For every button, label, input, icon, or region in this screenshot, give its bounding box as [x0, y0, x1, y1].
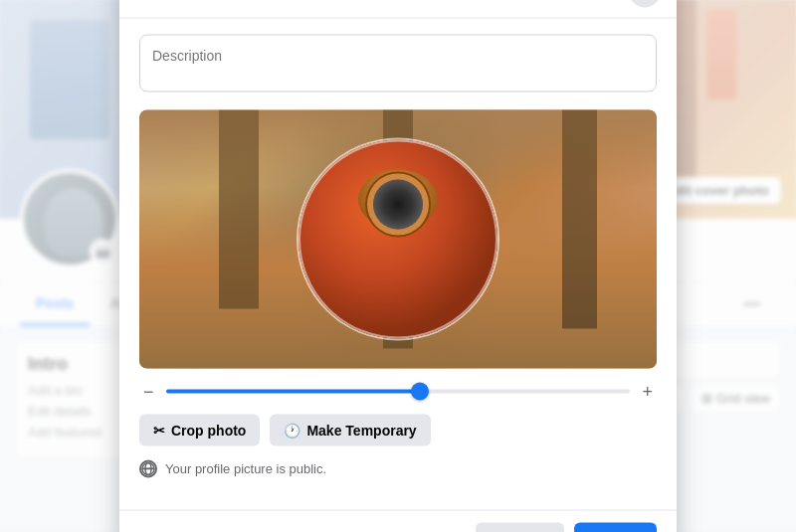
svg-point-0 [142, 462, 154, 474]
choose-profile-picture-modal: Choose profile picture × − + ✂ Crop phot… [119, 0, 677, 532]
crop-photo-button[interactable]: ✂ Crop photo [139, 414, 260, 445]
zoom-slider[interactable] [166, 389, 631, 393]
photo-crop-area [139, 109, 657, 368]
save-button[interactable]: Save [574, 522, 657, 532]
crop-photo-label: Crop photo [171, 422, 246, 438]
globe-icon [139, 459, 157, 477]
description-input[interactable] [139, 34, 657, 91]
modal-title: Choose profile picture [308, 0, 488, 1]
zoom-in-icon[interactable]: + [642, 382, 653, 400]
crop-icon: ✂ [153, 422, 165, 438]
modal-close-button[interactable]: × [629, 0, 661, 7]
modal-body: − + ✂ Crop photo 🕐 Make Temporary [119, 18, 677, 509]
zoom-row: − + [139, 382, 657, 400]
make-temporary-label: Make Temporary [306, 422, 416, 438]
privacy-row: Your profile picture is public. [139, 459, 657, 477]
circle-border-overlay [298, 139, 498, 338]
privacy-text: Your profile picture is public. [165, 461, 326, 476]
cancel-button[interactable]: Cancel [476, 522, 564, 532]
action-buttons-row: ✂ Crop photo 🕐 Make Temporary [139, 414, 657, 445]
svg-point-1 [145, 462, 151, 474]
make-temporary-button[interactable]: 🕐 Make Temporary [270, 414, 430, 445]
clock-icon: 🕐 [284, 422, 300, 438]
zoom-out-icon[interactable]: − [143, 382, 154, 400]
modal-footer: Cancel Save [119, 509, 677, 532]
modal-header: Choose profile picture × [119, 0, 677, 18]
